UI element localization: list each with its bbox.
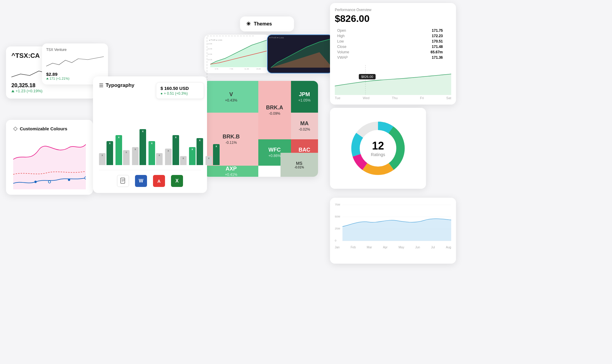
colours-chart xyxy=(13,135,86,189)
typography-icon: ☰ xyxy=(99,83,103,88)
ratings-count: 12 xyxy=(371,140,385,152)
svg-text:● Profit  ● Loss: ● Profit ● Loss xyxy=(209,39,222,41)
treemap-brka: BRK.A -0.09% xyxy=(258,81,291,139)
treemap-card: BRK.A -0.09% V +0.43% JPM +1.05% MA -0.0… xyxy=(204,81,318,177)
theme-chart-light: ● Profit ● Loss 13.5K 13.4K 13.3K 13.2K … xyxy=(204,34,270,73)
typography-title: Typography xyxy=(106,82,134,88)
svg-point-3 xyxy=(85,177,86,179)
svg-text:13.4K: 13.4K xyxy=(208,48,212,50)
ratings-label: Ratings xyxy=(371,152,385,157)
treemap-jpm: JPM +1.05% xyxy=(291,81,318,113)
volume-x-axis: JanFebMarAprMayJunJulAug xyxy=(335,246,451,249)
colours-title: Customizable Colours xyxy=(20,126,67,131)
svg-text:3.7K: 3.7K xyxy=(215,68,218,70)
svg-text:13.5K: 13.5K xyxy=(208,43,212,45)
volume-chart: 75M 50M 25M 0 xyxy=(335,203,451,244)
svg-text:13.3K: 13.3K xyxy=(208,53,212,55)
svg-text:25M: 25M xyxy=(335,227,340,230)
svg-point-2 xyxy=(68,179,70,181)
svg-text:50M: 50M xyxy=(335,215,340,218)
export-document-icon[interactable] xyxy=(117,175,129,187)
bar-chart: x x x x x x x x x x x x x x xyxy=(99,93,201,165)
sun-icon: ☀ xyxy=(246,21,251,27)
svg-text:75M: 75M xyxy=(335,203,340,206)
svg-text:15.0K: 15.0K xyxy=(256,68,261,70)
svg-text:● Profit  ● Loss: ● Profit ● Loss xyxy=(269,36,284,39)
theme-chart-dark: ● Profit ● Loss xyxy=(267,34,333,73)
typography-card: ☰ Typography $ 160.50 USD ● + 0.51 (+0.3… xyxy=(93,76,207,193)
ratings-card: 12 Ratings xyxy=(330,108,426,189)
treemap-ms: MS -0.01% xyxy=(280,153,318,177)
perf-price: $826.00 xyxy=(335,13,451,24)
perf-chart-label: $826.00 xyxy=(359,74,376,79)
tsx-change: +1.23 (+0.19%) xyxy=(11,89,91,93)
svg-text:13.2K: 13.2K xyxy=(208,59,212,61)
tsx-venture-price: $2.89 xyxy=(46,72,104,77)
svg-point-0 xyxy=(34,181,37,183)
svg-text:7.5K: 7.5K xyxy=(230,68,233,70)
x-axis-labels: TueWedThuFriSat xyxy=(335,96,451,100)
treemap-axp: AXP +0.41% xyxy=(204,166,258,177)
svg-point-1 xyxy=(48,181,50,183)
perf-chart: $826.00 xyxy=(335,65,451,95)
export-excel-icon[interactable]: X xyxy=(171,175,183,187)
svg-text:0: 0 xyxy=(335,239,336,242)
svg-text:11.3K: 11.3K xyxy=(244,68,249,70)
treemap-v: V +0.43% xyxy=(204,81,258,113)
export-row: W A X xyxy=(99,170,201,187)
svg-rect-4 xyxy=(121,178,125,183)
performance-card: Performance Overview $826.00 Open171.75 … xyxy=(330,3,456,105)
colours-card: ◇ Customizable Colours xyxy=(6,120,93,195)
tsx-venture-title: TSX Venture xyxy=(46,48,104,52)
export-word-icon[interactable]: W xyxy=(135,175,147,187)
themes-title: Themes xyxy=(254,21,272,27)
treemap-ma: MA -0.02% xyxy=(291,113,318,139)
volume-card: 75M 50M 25M 0 JanFebMarAprMayJunJulAug xyxy=(330,198,456,264)
perf-stats-table: Open171.75 High172.23 Low170.51 Close171… xyxy=(335,28,445,60)
tooltip-price: $ 160.50 USD xyxy=(160,86,200,91)
diamond-icon: ◇ xyxy=(13,125,17,132)
perf-title: Performance Overview xyxy=(335,8,451,12)
themes-card: ☀ Themes xyxy=(240,16,294,31)
export-pdf-icon[interactable]: A xyxy=(153,175,165,187)
